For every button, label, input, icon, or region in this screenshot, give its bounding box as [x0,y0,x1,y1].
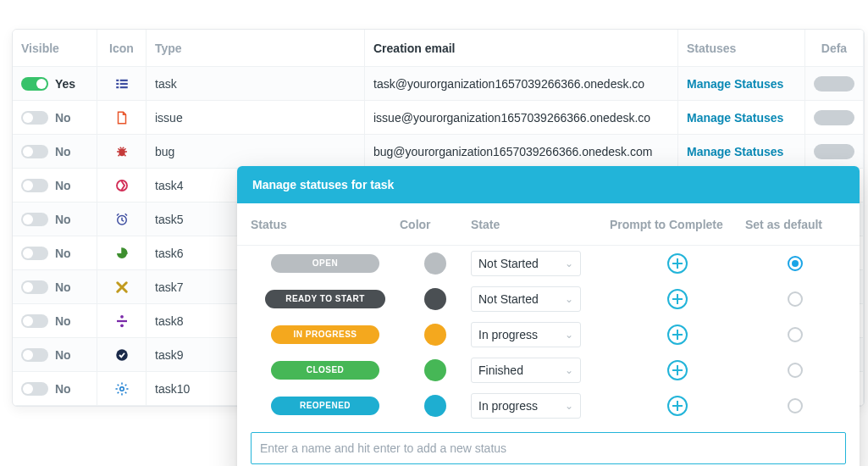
col-set-default: Set as default [745,218,845,231]
creation-email: bug@yourorganization1657039266366.onedes… [365,135,678,168]
visible-toggle[interactable] [21,145,48,158]
visible-label: No [55,314,71,328]
prompt-add-button[interactable] [667,325,688,345]
default-pill[interactable] [814,144,854,159]
dialog-title: Manage statuses for task [237,166,860,203]
creation-email: issue@yourorganization1657039266366.oned… [365,101,678,134]
manage-statuses-link[interactable]: Manage Statuses [687,77,783,91]
state-value: In progress [478,399,538,413]
col-status: Status [251,218,400,231]
manage-statuses-link[interactable]: Manage Statuses [687,145,783,158]
status-pill[interactable]: REOPENED [271,397,379,415]
prompt-add-button[interactable] [667,360,688,380]
svg-point-13 [119,386,124,391]
types-table-header-row: Visible Icon Type Creation email Statuse… [13,30,864,67]
prompt-add-button[interactable] [667,396,688,416]
status-pill[interactable]: OPEN [271,254,379,273]
color-swatch[interactable] [424,359,446,381]
col-statuses: Statuses [678,30,805,66]
status-pill[interactable]: IN PROGRESS [271,325,379,344]
visible-toggle[interactable] [21,314,48,328]
status-pill[interactable]: CLOSED [271,361,379,380]
default-pill[interactable] [814,110,854,125]
target-icon [114,178,130,193]
status-row: IN PROGRESSIn progress⌄ [237,317,860,352]
svg-point-9 [120,314,124,318]
type-name: bug [147,135,365,168]
state-value: Finished [478,363,523,377]
visible-toggle[interactable] [21,179,48,192]
svg-rect-5 [119,86,127,88]
visible-toggle[interactable] [21,280,48,294]
col-visible: Visible [13,30,97,66]
visible-label: No [55,111,71,125]
visible-toggle[interactable] [21,247,48,260]
check-badge-icon [114,347,130,363]
chevron-down-icon: ⌄ [565,400,573,412]
default-radio[interactable] [788,363,803,378]
creation-email: task@yourorganization1657039266366.onede… [365,67,678,100]
list-icon [114,76,130,92]
visible-toggle[interactable] [21,382,48,396]
visible-toggle[interactable] [21,111,48,125]
col-creation-email: Creation email [365,30,678,66]
svg-rect-2 [116,82,119,84]
color-swatch[interactable] [424,288,446,310]
state-select[interactable]: Not Started⌄ [471,251,581,276]
table-row: Noissueissue@yourorganization16570392663… [13,101,864,135]
color-swatch[interactable] [424,324,446,346]
state-select[interactable]: In progress⌄ [471,322,581,347]
visible-toggle[interactable] [21,348,48,362]
visible-label: No [55,280,71,294]
type-name: issue [147,101,365,134]
status-row: READY TO STARTNot Started⌄ [237,281,860,317]
svg-rect-1 [119,79,127,80]
svg-rect-3 [119,82,127,84]
status-row: REOPENEDIn progress⌄ [237,388,860,424]
prompt-add-button[interactable] [667,253,688,274]
state-select[interactable]: In progress⌄ [471,393,581,419]
col-icon: Icon [97,30,147,66]
type-name: task [147,67,365,100]
color-swatch[interactable] [424,395,446,417]
chevron-down-icon: ⌄ [565,329,573,341]
alarm-icon [114,212,130,227]
manage-statuses-dialog: Manage statuses for task Status Color St… [237,166,860,466]
default-radio[interactable] [788,398,803,413]
svg-point-11 [120,324,124,327]
visible-label: No [55,213,71,226]
col-default: Defa [805,30,864,66]
default-radio[interactable] [788,256,803,271]
table-row: Nobugbug@yourorganization1657039266366.o… [13,135,864,169]
col-type: Type [147,30,365,66]
default-radio[interactable] [788,291,803,307]
state-value: Not Started [478,257,539,270]
pie-icon [114,246,130,261]
visible-toggle[interactable] [21,77,48,91]
visible-label: No [55,145,71,158]
manage-statuses-link[interactable]: Manage Statuses [687,111,783,125]
status-pill[interactable]: READY TO START [265,290,385,308]
visible-toggle[interactable] [21,213,48,226]
table-row: Yestasktask@yourorganization165703926636… [13,67,864,101]
chevron-down-icon: ⌄ [565,258,573,269]
divide-icon [114,313,130,329]
status-row: CLOSEDFinished⌄ [237,352,860,388]
state-select[interactable]: Finished⌄ [471,358,581,383]
state-select[interactable]: Not Started⌄ [471,286,581,312]
chevron-down-icon: ⌄ [565,364,573,376]
gear-icon [114,381,130,397]
col-color: Color [400,218,471,231]
default-radio[interactable] [788,327,803,342]
svg-rect-0 [116,79,119,80]
chevron-down-icon: ⌄ [565,293,573,305]
state-value: In progress [478,328,538,341]
svg-rect-4 [116,86,119,88]
color-swatch[interactable] [424,252,446,275]
statuses-header-row: Status Color State Prompt to Complete Se… [237,203,860,246]
col-prompt: Prompt to Complete [610,218,745,231]
prompt-add-button[interactable] [667,289,688,309]
svg-rect-10 [117,319,127,321]
default-pill[interactable] [814,76,854,92]
new-status-input[interactable] [251,432,846,464]
